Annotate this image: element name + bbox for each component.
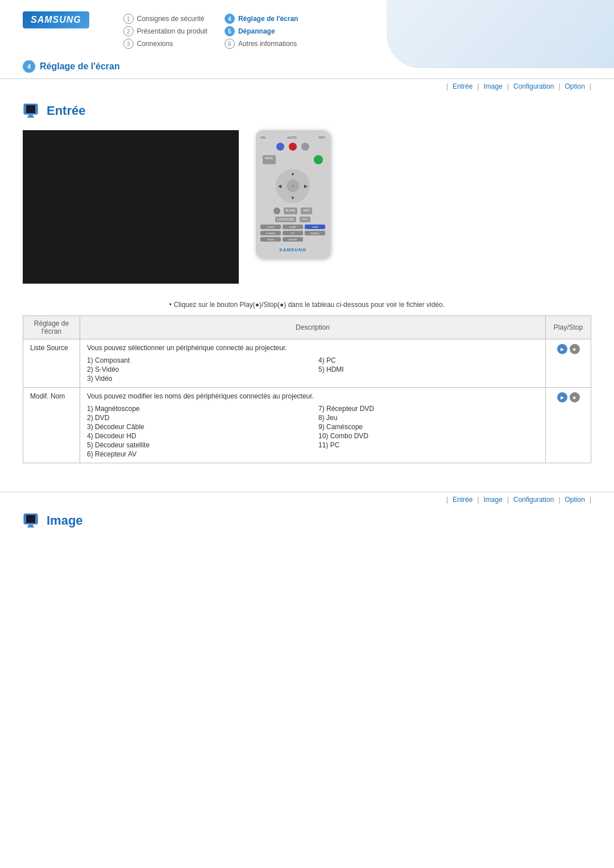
remote-hdmi-btn[interactable]: HDMI	[305, 225, 325, 229]
remote-install-btn[interactable]: INSTALL	[305, 231, 325, 235]
content-area: ON AUTO OFF MENU ▲ ▼ ◀ ▶ G	[0, 124, 614, 289]
remote-right[interactable]: ▶	[304, 184, 308, 189]
remote-svideo-btn[interactable]: S-VIDEO	[260, 231, 281, 235]
remote-brand-label: SAMSUNG	[279, 247, 306, 252]
remote-nav-center[interactable]: G	[287, 180, 299, 192]
breadcrumb-bottom: | Entrée | Image | Configuration | Optio…	[0, 492, 614, 507]
breadcrumb-image[interactable]: Image	[484, 82, 503, 90]
table-header-reglage: Réglage de l'écran	[23, 316, 80, 339]
nav-circle-5: 5	[225, 26, 235, 36]
breadcrumb-top: | Entrée | Image | Configuration | Optio…	[0, 78, 614, 94]
remote-control: ON AUTO OFF MENU ▲ ▼ ◀ ▶ G	[256, 130, 330, 258]
nav-circle-6: 6	[225, 39, 235, 49]
stop-button-2[interactable]: ■	[570, 392, 580, 402]
play-stop-icons-1: ▶ ■	[553, 344, 584, 354]
remote-menu-btn[interactable]: MENU	[263, 155, 276, 164]
table-header-description: Description	[80, 316, 546, 339]
table-desc-liste-source: Vous pouvez sélectionner un périphérique…	[80, 339, 546, 388]
breadcrumb-option[interactable]: Option	[565, 82, 585, 90]
nav-item-5[interactable]: 5 Dépannage	[225, 26, 309, 36]
remote-comp-btn[interactable]: COMP	[283, 225, 303, 229]
remote-auto[interactable]	[289, 143, 297, 151]
table-row-modif-nom: Modif. Nom Vous pouvez modifier les noms…	[23, 388, 591, 463]
nav-circle-4: 4	[225, 14, 235, 24]
stop-button-1[interactable]: ■	[570, 344, 580, 354]
svg-rect-5	[26, 515, 35, 523]
remote-pc-btn[interactable]: PC	[283, 231, 303, 235]
page-label: 4 Réglage de l'écran	[23, 60, 120, 73]
monitor-icon-entree	[23, 103, 41, 119]
liste-source-items: 1) Composant 4) PC 2) S-Vidéo 5) HDMI 3)…	[87, 356, 538, 383]
table-label-modif-nom: Modif. Nom	[23, 388, 80, 463]
tv-screen	[23, 130, 239, 284]
remote-power-off[interactable]	[301, 143, 309, 151]
table-note: • Cliquez sur le bouton Play(●)/Stop(●) …	[23, 301, 591, 309]
nav-item-1[interactable]: 1 Consignes de sécurité	[123, 14, 208, 24]
nav-item-6[interactable]: 6 Autres informations	[225, 39, 309, 49]
svg-rect-6	[28, 525, 33, 526]
remote-top-labels: ON AUTO OFF	[260, 136, 325, 139]
nav-circle-2: 2	[123, 26, 134, 36]
remote-video-btn[interactable]: VIDEO	[260, 225, 281, 229]
nav-item-4[interactable]: 4 Réglage de l'écran	[225, 14, 309, 24]
bottom-breadcrumb-option[interactable]: Option	[565, 496, 585, 504]
table-section: • Cliquez sur le bouton Play(●)/Stop(●) …	[0, 289, 614, 475]
page-label-circle: 4	[23, 60, 35, 73]
svg-rect-2	[28, 115, 33, 117]
svg-rect-7	[27, 526, 34, 528]
table-playstop-2: ▶ ■	[546, 388, 591, 463]
section-image: Image	[0, 507, 614, 540]
remote-menu-row: MENU	[260, 155, 325, 164]
bottom-breadcrumb-entree[interactable]: Entrée	[453, 496, 472, 504]
remote-info-btn[interactable]: INFO	[301, 207, 312, 214]
monitor-icon-image	[23, 513, 41, 529]
section-image-title: Image	[47, 513, 83, 528]
remote-power-on[interactable]	[276, 143, 284, 151]
bottom-breadcrumb-configuration[interactable]: Configuration	[513, 496, 554, 504]
remote-up[interactable]: ▲	[291, 171, 295, 176]
svg-rect-1	[26, 105, 35, 113]
remote-pmode-btn[interactable]: P.MODE	[283, 237, 303, 242]
remote-left[interactable]: ◀	[278, 184, 281, 189]
play-stop-icons-2: ▶ ■	[553, 392, 584, 402]
samsung-logo: SAMSUNG	[23, 11, 89, 28]
play-button-1[interactable]: ▶	[557, 344, 567, 354]
remote-still-btn[interactable]: STILL	[300, 217, 310, 222]
modif-nom-items: 1) Magnétoscope 7) Récepteur DVD 2) DVD …	[87, 405, 538, 458]
remote-still-row: LIST/STORE STILL	[260, 217, 325, 222]
nav-item-3[interactable]: 3 Connexions	[123, 39, 208, 49]
table-playstop-1: ▶ ■	[546, 339, 591, 388]
play-button-2[interactable]: ▶	[557, 392, 567, 402]
svg-rect-3	[27, 117, 34, 118]
main-table: Réglage de l'écran Description Play/Stop…	[23, 315, 591, 463]
table-row-liste-source: Liste Source Vous pouvez sélectionner un…	[23, 339, 591, 388]
remote-return-btn[interactable]	[314, 155, 323, 164]
breadcrumb-entree[interactable]: Entrée	[453, 82, 472, 90]
nav-item-2[interactable]: 2 Présentation du produit	[123, 26, 208, 36]
remote-container: ON AUTO OFF MENU ▲ ▼ ◀ ▶ G	[256, 130, 330, 258]
breadcrumb-configuration[interactable]: Configuration	[513, 82, 554, 90]
remote-blank-btn[interactable]: BLANK	[284, 207, 297, 214]
remote-list-store-btn[interactable]: LIST/STORE	[275, 217, 296, 222]
bottom-breadcrumb-image[interactable]: Image	[484, 496, 503, 504]
table-header-playstop: Play/Stop	[546, 316, 591, 339]
table-label-liste-source: Liste Source	[23, 339, 80, 388]
remote-blank-info-row: + BLANK INFO	[260, 207, 325, 214]
remote-nav-pad: ▲ ▼ ◀ ▶ G	[276, 169, 310, 203]
remote-down[interactable]: ▼	[291, 196, 295, 201]
remote-plus-btn[interactable]: +	[273, 207, 280, 214]
remote-source-btns: VIDEO COMP HDMI S-VIDEO PC INSTALL P.SIZ…	[260, 225, 325, 242]
nav-circle-1: 1	[123, 14, 134, 24]
section-entree-title: Entrée	[0, 94, 614, 124]
table-desc-modif-nom: Vous pouvez modifier les noms des périph…	[80, 388, 546, 463]
remote-power-row	[276, 143, 309, 151]
remote-psize-btn[interactable]: P.SIZE	[260, 237, 281, 242]
nav-circle-3: 3	[123, 39, 134, 49]
